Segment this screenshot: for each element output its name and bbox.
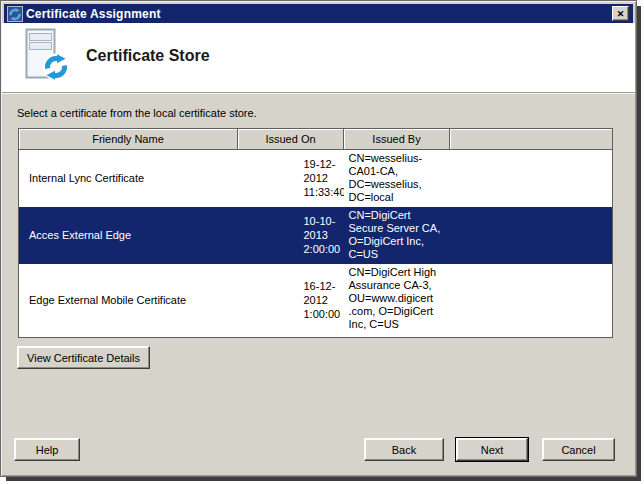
column-header-friendly-name[interactable]: Friendly Name <box>19 129 238 150</box>
cell-empty <box>450 207 613 264</box>
cell-friendly-name: Internal Lync Certificate <box>19 150 238 207</box>
column-header-empty[interactable] <box>450 129 613 150</box>
certificate-row[interactable]: Acces External Edge 10-10-2013 2:00:00 C… <box>19 207 613 264</box>
cell-issued-on: 16-12-2012 1:00:00 <box>238 264 344 338</box>
instruction-text: Select a certificate from the local cert… <box>17 107 257 119</box>
table-header-row: Friendly Name Issued On Issued By <box>19 129 613 150</box>
title-bar: Certificate Assignment ✕ <box>4 4 633 23</box>
window-title: Certificate Assignment <box>26 7 612 21</box>
cell-issued-on: 19-12-2012 11:33:40 <box>238 150 344 207</box>
cell-friendly-name: Edge External Mobile Certificate <box>19 264 238 338</box>
cell-issued-by: CN=DigiCert High Assurance CA-3, OU=www.… <box>344 264 450 338</box>
view-certificate-details-button[interactable]: View Certificate Details <box>17 346 150 369</box>
cell-issued-by: CN=wesselius-CA01-CA, DC=wesselius, DC=l… <box>344 150 450 207</box>
certificate-row[interactable]: Edge External Mobile Certificate 16-12-2… <box>19 264 613 338</box>
column-header-issued-by[interactable]: Issued By <box>344 129 450 150</box>
cell-issued-on: 10-10-2013 2:00:00 <box>238 207 344 264</box>
cancel-button[interactable]: Cancel <box>542 438 615 461</box>
certificate-table: Friendly Name Issued On Issued By Intern… <box>18 128 613 338</box>
sync-app-icon <box>7 6 23 22</box>
cell-empty <box>450 264 613 338</box>
cell-issued-by: CN=DigiCert Secure Server CA, O=DigiCert… <box>344 207 450 264</box>
cell-friendly-name: Acces External Edge <box>19 207 238 264</box>
next-button[interactable]: Next <box>456 438 528 461</box>
certificate-store-icon <box>24 27 78 85</box>
help-button[interactable]: Help <box>14 438 80 461</box>
back-button[interactable]: Back <box>364 438 444 461</box>
certificate-assignment-dialog: Certificate Assignment ✕ Certificate Sto… <box>0 0 637 477</box>
wizard-banner: Certificate Store <box>2 23 635 93</box>
close-button[interactable]: ✕ <box>612 6 629 21</box>
certificate-row[interactable]: Internal Lync Certificate 19-12-2012 11:… <box>19 150 613 207</box>
close-icon: ✕ <box>617 9 625 19</box>
page-title: Certificate Store <box>86 47 210 65</box>
column-header-issued-on[interactable]: Issued On <box>238 129 344 150</box>
cell-empty <box>450 150 613 207</box>
